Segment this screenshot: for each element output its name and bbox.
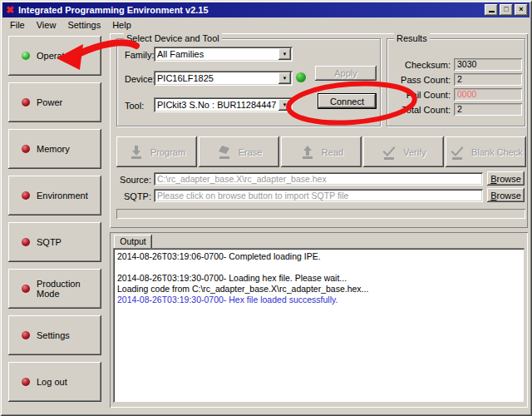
log-line: Loading code from C:\rc_adapter_base.X\r…	[117, 284, 520, 295]
tab-output[interactable]: Output	[114, 235, 152, 248]
maximize-button[interactable]: □	[500, 4, 513, 16]
sidebar-item-label: Memory	[37, 144, 70, 154]
total-count-label: Total Count:	[389, 105, 451, 115]
log-line: 2014-08-26T03:19:30-0700- Loading hex fi…	[117, 273, 520, 284]
output-log-area[interactable]: 2014-08-26T03:19:06-0700- Completed load…	[113, 248, 525, 403]
tool-value: PICkit3 S.No : BUR112844475	[157, 100, 276, 110]
device-label: Device:	[125, 74, 155, 84]
read-up-arrow-icon	[299, 145, 316, 160]
source-browse-button[interactable]: Browse	[487, 171, 525, 186]
connect-button[interactable]: Connect	[318, 93, 377, 109]
checksum-value: 3030	[457, 59, 476, 69]
checksum-label: Checksum:	[389, 60, 451, 70]
sidebar-item-sqtp[interactable]: SQTP	[8, 222, 101, 262]
sqtp-placeholder: Please click on browse button to import …	[157, 191, 348, 201]
progress-bar	[116, 209, 525, 219]
source-label: Source:	[116, 175, 151, 185]
titlebar[interactable]: ✖ Integrated Programming Environment v2.…	[2, 2, 530, 17]
app-window: ✖ Integrated Programming Environment v2.…	[0, 0, 532, 416]
program-down-arrow-icon	[128, 145, 145, 160]
sidebar-item-power[interactable]: Power	[8, 82, 101, 122]
log-line	[117, 262, 520, 273]
menu-view[interactable]: View	[31, 19, 62, 31]
sidebar-item-label: Settings	[37, 330, 70, 340]
read-button[interactable]: Read	[281, 136, 362, 167]
source-path-value: C:\rc_adapter_base.X\rc_adapter_base.hex	[157, 174, 327, 184]
sidebar-item-memory[interactable]: Memory	[8, 129, 101, 169]
sidebar-item-label: Production Mode	[37, 279, 101, 299]
pass-count-value: 2	[457, 74, 462, 84]
status-led-red-icon	[22, 285, 30, 293]
log-line: 2014-08-26T03:19:06-0700- Completed load…	[117, 251, 520, 262]
tool-label: Tool:	[125, 101, 144, 111]
sidebar-item-log-out[interactable]: Log out	[8, 362, 101, 402]
family-value: All Families	[157, 49, 276, 59]
status-led-green-icon	[22, 52, 30, 60]
sidebar-item-label: Environment	[37, 191, 88, 201]
blank-check-button[interactable]: Blank Check	[446, 136, 526, 167]
chevron-down-icon[interactable]: ▼	[278, 48, 291, 60]
device-status-dot-icon	[296, 72, 306, 82]
total-count-field: 2	[454, 103, 522, 116]
status-led-red-icon	[22, 98, 30, 106]
blank-check-icon	[449, 145, 466, 160]
status-led-red-icon	[22, 191, 30, 200]
status-led-red-icon	[22, 331, 30, 339]
tool-dropdown[interactable]: PICkit3 S.No : BUR112844475 ▼	[154, 97, 293, 112]
menu-help[interactable]: Help	[106, 19, 137, 31]
read-button-label: Read	[322, 147, 343, 157]
chevron-down-icon[interactable]: ▼	[278, 72, 291, 84]
family-dropdown[interactable]: All Families ▼	[154, 47, 293, 62]
close-button[interactable]: ×	[515, 4, 528, 16]
verify-button[interactable]: Verify	[363, 136, 444, 167]
window-title: Integrated Programming Environment v2.15	[18, 5, 483, 15]
sqtp-browse-button[interactable]: Browse	[487, 188, 525, 202]
fail-count-field: 0000	[454, 88, 522, 101]
log-line: 2014-08-26T03:19:30-0700- Hex file loade…	[117, 295, 520, 305]
device-dropdown[interactable]: PIC16LF1825 ▼	[154, 71, 293, 86]
status-led-red-icon	[22, 378, 30, 386]
sqtp-field[interactable]: Please click on browse button to import …	[154, 189, 483, 202]
eraser-icon	[216, 145, 233, 160]
browse-button-label: Browse	[490, 191, 521, 201]
status-led-red-icon	[22, 238, 30, 246]
apply-button[interactable]: Apply	[315, 66, 377, 81]
sidebar-item-label: Operate	[37, 51, 70, 61]
minimize-button[interactable]	[485, 4, 498, 16]
source-path-field[interactable]: C:\rc_adapter_base.X\rc_adapter_base.hex	[154, 172, 483, 186]
device-value: PIC16LF1825	[157, 73, 276, 83]
status-led-red-icon	[22, 145, 30, 153]
sqtp-label: SQTP:	[116, 191, 151, 201]
minimize-icon	[489, 11, 495, 12]
sidebar-item-environment[interactable]: Environment	[8, 176, 101, 215]
program-button[interactable]: Program	[116, 136, 197, 167]
results-group-title: Results	[394, 33, 430, 43]
erase-button-label: Erase	[239, 147, 263, 157]
chevron-down-icon[interactable]: ▼	[278, 99, 291, 111]
sidebar-item-label: Log out	[37, 377, 67, 387]
verify-button-label: Verify	[403, 147, 426, 157]
total-count-value: 2	[457, 104, 462, 114]
sidebar-item-production-mode[interactable]: Production Mode	[8, 269, 101, 309]
sidebar-item-label: Power	[37, 97, 62, 107]
erase-button[interactable]: Erase	[199, 136, 279, 167]
program-button-label: Program	[150, 147, 185, 157]
fail-count-value: 0000	[457, 89, 476, 99]
pass-count-field: 2	[454, 73, 522, 86]
blank-check-button-label: Blank Check	[471, 147, 523, 157]
fail-count-label: Fail Count:	[389, 90, 451, 100]
verify-check-icon	[381, 145, 397, 160]
sidebar-item-label: SQTP	[37, 237, 62, 247]
browse-button-label: Browse	[490, 174, 521, 184]
menu-settings[interactable]: Settings	[62, 19, 106, 31]
app-icon: ✖	[4, 4, 16, 16]
checksum-field: 3030	[454, 58, 522, 71]
family-label: Family:	[125, 50, 154, 60]
pass-count-label: Pass Count:	[389, 75, 451, 85]
device-tool-group-title: Select Device and Tool	[124, 33, 222, 43]
menu-file[interactable]: File	[4, 19, 31, 31]
menubar: File View Settings Help	[2, 17, 530, 32]
sidebar-item-settings[interactable]: Settings	[8, 315, 101, 355]
sidebar-item-operate[interactable]: Operate	[8, 36, 101, 76]
